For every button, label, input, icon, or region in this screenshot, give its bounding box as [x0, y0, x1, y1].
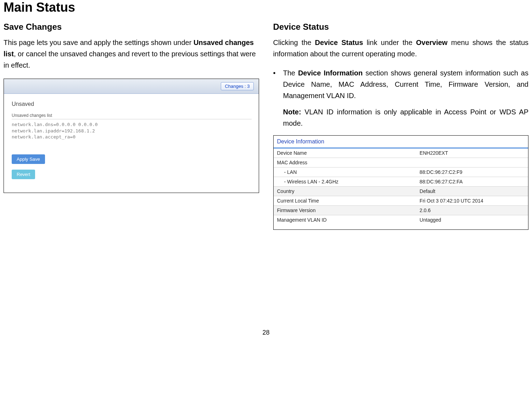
right-column: Device Status Clicking the Device Status… — [273, 22, 529, 230]
device-info-title: Device Information — [274, 136, 528, 148]
device-info-table: Device Information Device Name ENH220EXT… — [273, 135, 529, 230]
note-label: Note: — [283, 108, 301, 116]
row-label: Management VLAN ID — [274, 215, 416, 224]
apply-save-button[interactable]: Apply Save — [12, 154, 45, 164]
row-label: MAC Address — [274, 158, 416, 167]
table-row: - LAN 88:DC:96:27:C2:F9 — [274, 167, 528, 177]
row-label: Current Local Time — [274, 196, 416, 205]
row-value: 2.0.6 — [416, 206, 528, 215]
changes-button[interactable]: Changes : 3 — [221, 82, 253, 90]
row-value: 88:DC:96:27:C2:FA — [416, 177, 528, 186]
revert-button[interactable]: Revert — [12, 170, 35, 179]
save-changes-heading: Save Changes — [4, 22, 259, 32]
ds-p1a: Clicking the — [273, 39, 315, 46]
note-block: Note: VLAN ID information is only applic… — [283, 106, 529, 129]
row-value: Untagged — [416, 215, 528, 224]
left-column: Save Changes This page lets you save and… — [4, 22, 259, 230]
panel-body: Unsaved Unsaved changes list network.lan… — [4, 94, 259, 193]
panel-toolbar: Changes : 3 — [4, 79, 259, 94]
row-label: Device Name — [274, 148, 416, 158]
row-value: Default — [416, 187, 528, 196]
row-label: Firmware Version — [274, 206, 416, 215]
toolbar-spacer — [6, 79, 221, 93]
note-text: VLAN ID information is only applicable i… — [283, 108, 529, 127]
bullet-text: The Device Information section shows gen… — [283, 67, 529, 101]
save-changes-screenshot: Changes : 3 Unsaved Unsaved changes list… — [4, 79, 259, 193]
row-value: ENH220EXT — [416, 148, 528, 158]
ds-p1d: Overview — [416, 39, 448, 46]
unsaved-title: Unsaved — [12, 101, 252, 107]
save-changes-intro: This page lets you save and apply the se… — [4, 37, 259, 71]
ds-p1c: link under the — [363, 39, 416, 46]
page-title: Main Status — [4, 0, 528, 15]
row-value: Fri Oct 3 07:42:10 UTC 2014 — [416, 196, 528, 205]
table-row: Firmware Version 2.0.6 — [274, 206, 528, 215]
bullet-bold: Device Information — [298, 69, 363, 77]
two-column-layout: Save Changes This page lets you save and… — [4, 22, 528, 230]
table-row: Country Default — [274, 187, 528, 196]
device-status-intro: Clicking the Device Status link under th… — [273, 37, 529, 59]
intro-pre: This page lets you save and apply the se… — [4, 39, 194, 46]
table-row: - Wireless LAN - 2.4GHz 88:DC:96:27:C2:F… — [274, 177, 528, 187]
table-row: MAC Address — [274, 158, 528, 167]
bullet-item: • The Device Information section shows g… — [273, 67, 529, 101]
row-value — [416, 158, 528, 167]
page-number: 28 — [4, 329, 528, 343]
row-label: - LAN — [274, 167, 416, 177]
bullet-pre: The — [283, 69, 298, 77]
table-row: Management VLAN ID Untagged — [274, 215, 528, 224]
ds-p1b: Device Status — [315, 39, 363, 46]
row-label: - Wireless LAN - 2.4GHz — [274, 177, 416, 186]
table-row: Current Local Time Fri Oct 3 07:42:10 UT… — [274, 196, 528, 206]
unsaved-list-label: Unsaved changes list — [12, 113, 252, 119]
bullet-dot-icon: • — [273, 67, 283, 101]
config-lines: network.lan.dns=0.0.0.0 0.0.0.0 network.… — [12, 121, 252, 140]
row-value: 88:DC:96:27:C2:F9 — [416, 167, 528, 177]
row-label: Country — [274, 187, 416, 196]
intro-post: , or cancel the unsaved changes and reve… — [4, 50, 256, 69]
table-row: Device Name ENH220EXT — [274, 148, 528, 158]
device-status-heading: Device Status — [273, 22, 529, 32]
